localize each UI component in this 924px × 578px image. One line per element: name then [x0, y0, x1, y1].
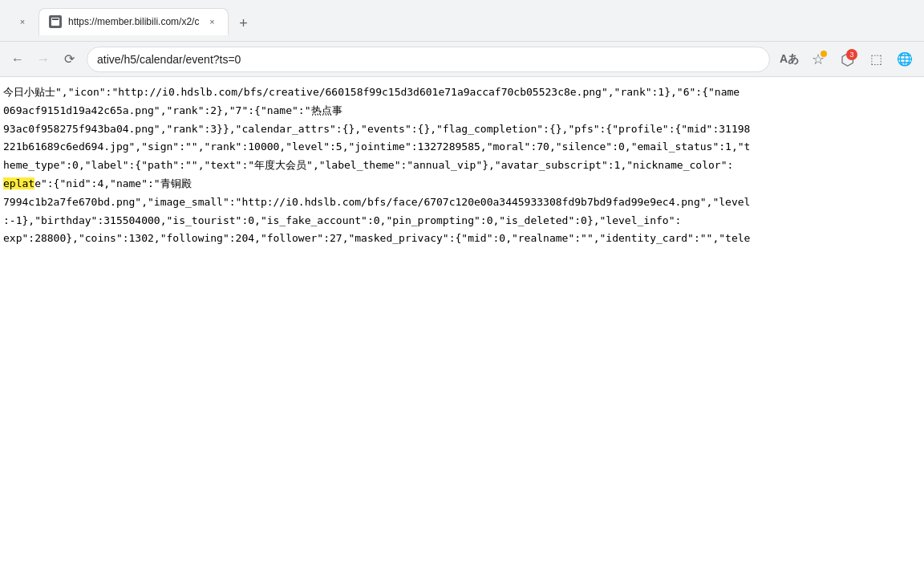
svg-rect-1 — [52, 18, 59, 20]
tabs-container: × https://member.bilibili.com/x2/c × + — [6, 6, 918, 35]
address-bar[interactable]: ative/h5/calendar/event?ts=0 — [87, 47, 770, 72]
json-line: :-1},"birthday":315504000,"is_tourist":0… — [0, 212, 924, 230]
json-line: heme_type":0,"label":{"path":"","text":"… — [0, 157, 924, 175]
back-button[interactable]: ← — [6, 48, 29, 71]
extensions-badge: 3 — [846, 49, 857, 60]
json-line: 221b61689c6ed694.jpg","sign":"","rank":1… — [0, 138, 924, 157]
extensions-icon[interactable]: ⬡ 3 — [834, 47, 860, 72]
tab-active[interactable]: https://member.bilibili.com/x2/c × — [38, 8, 229, 35]
new-tab-button[interactable]: + — [232, 13, 254, 35]
tab-title: https://member.bilibili.com/x2/c — [68, 16, 199, 27]
nav-buttons: ← → ⟳ — [6, 48, 80, 71]
screenshot-icon[interactable]: ⬚ — [863, 47, 889, 72]
address-bar-row: ← → ⟳ ative/h5/calendar/event?ts=0 Aあ ☆ … — [0, 42, 924, 77]
json-content-area: 今日小贴士","icon":"http://i0.hdslb.com/bfs/c… — [0, 77, 924, 578]
json-line: 069acf9151d19a42c65a.png","rank":2},"7":… — [0, 102, 924, 120]
forward-button[interactable]: → — [32, 48, 55, 71]
translate-icon[interactable]: 🌐 — [892, 47, 918, 72]
bookmark-icon[interactable]: ☆ — [805, 47, 831, 72]
tab-close-inactive[interactable]: × — [16, 15, 29, 28]
reload-button[interactable]: ⟳ — [58, 48, 80, 71]
json-line: 7994c1b2a7fe670bd.png","image_small":"ht… — [0, 193, 924, 212]
json-line: 今日小贴士","icon":"http://i0.hdslb.com/bfs/c… — [0, 83, 924, 102]
tab-close-active[interactable]: × — [205, 15, 218, 28]
tab-inactive[interactable]: × — [6, 8, 38, 35]
json-line: 93ac0f958275f943ba04.png","rank":3}},"ca… — [0, 120, 924, 139]
toolbar-icons: Aあ ☆ ⬡ 3 ⬚ 🌐 — [776, 47, 918, 72]
tab-favicon — [49, 15, 62, 28]
json-line: eplate":{"nid":4,"name":"青铜殿 — [0, 175, 924, 193]
reader-mode-icon[interactable]: Aあ — [776, 47, 802, 72]
browser-tabs-bar: × https://member.bilibili.com/x2/c × + — [0, 0, 924, 42]
address-text: ative/h5/calendar/event?ts=0 — [97, 53, 760, 66]
json-line: exp":28800},"coins":1302,"following":204… — [0, 230, 924, 248]
